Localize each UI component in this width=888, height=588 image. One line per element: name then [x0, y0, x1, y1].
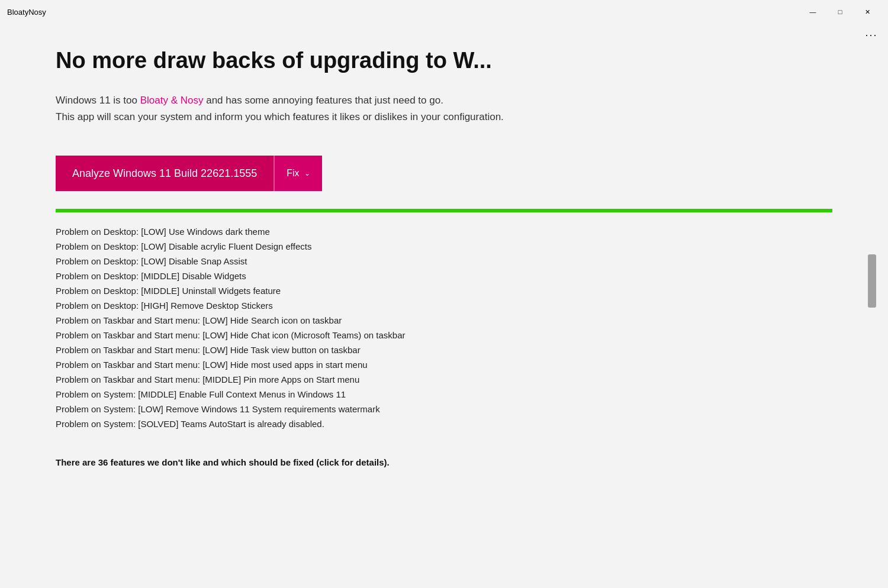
progress-bar — [56, 209, 832, 212]
description-line1: Windows 11 is too Bloaty & Nosy and has … — [56, 92, 832, 109]
description-text-after-brand: and has some annoying features that just… — [203, 95, 443, 106]
list-item: Problem on Taskbar and Start menu: [LOW]… — [56, 343, 832, 357]
list-item: Problem on System: [MIDDLE] Enable Full … — [56, 387, 832, 402]
summary-text[interactable]: There are 36 features we don't like and … — [56, 449, 832, 467]
main-description: Windows 11 is too Bloaty & Nosy and has … — [56, 92, 832, 127]
list-item: Problem on Desktop: [LOW] Use Windows da… — [56, 224, 832, 239]
fix-button[interactable]: Fix ⌄ — [274, 156, 321, 191]
list-item: Problem on Taskbar and Start menu: [LOW]… — [56, 357, 832, 372]
title-bar: BloatyNosy — □ ✕ — [0, 0, 888, 24]
maximize-button[interactable]: □ — [826, 2, 854, 21]
list-item: Problem on System: [LOW] Remove Windows … — [56, 402, 832, 416]
window-controls: — □ ✕ — [799, 2, 881, 21]
fix-button-label: Fix — [287, 168, 299, 179]
list-item: Problem on Desktop: [LOW] Disable acryli… — [56, 239, 832, 254]
three-dots-menu-icon[interactable]: ⋮ — [864, 30, 879, 41]
chevron-down-icon: ⌄ — [304, 169, 310, 177]
list-item: Problem on Taskbar and Start menu: [LOW]… — [56, 328, 832, 343]
brand-name: Bloaty & Nosy — [140, 95, 204, 106]
action-button-row: Analyze Windows 11 Build 22621.1555 Fix … — [56, 156, 832, 191]
list-item: Problem on Desktop: [MIDDLE] Uninstall W… — [56, 283, 832, 298]
list-item: Problem on System: [SOLVED] Teams AutoSt… — [56, 416, 832, 431]
list-item: Problem on Taskbar and Start menu: [LOW]… — [56, 313, 832, 328]
main-content: No more draw backs of upgrading to W... … — [0, 24, 888, 467]
minimize-button[interactable]: — — [799, 2, 826, 21]
close-button[interactable]: ✕ — [854, 2, 881, 21]
problems-list: Problem on Desktop: [LOW] Use Windows da… — [56, 224, 832, 431]
list-item: Problem on Desktop: [LOW] Disable Snap A… — [56, 254, 832, 269]
progress-bar-fill — [56, 209, 832, 212]
app-title: BloatyNosy — [7, 8, 46, 17]
list-item: Problem on Desktop: [HIGH] Remove Deskto… — [56, 298, 832, 313]
list-item: Problem on Taskbar and Start menu: [MIDD… — [56, 372, 832, 387]
content-with-scroll: Problem on Desktop: [LOW] Use Windows da… — [56, 224, 832, 443]
main-heading: No more draw backs of upgrading to W... — [56, 47, 832, 75]
description-text-before-brand: Windows 11 is too — [56, 95, 140, 106]
list-item: Problem on Desktop: [MIDDLE] Disable Wid… — [56, 269, 832, 283]
description-line2: This app will scan your system and infor… — [56, 109, 832, 126]
scrollbar-thumb[interactable] — [868, 254, 876, 308]
problems-scroll-area[interactable]: Problem on Desktop: [LOW] Use Windows da… — [56, 224, 832, 443]
analyze-button[interactable]: Analyze Windows 11 Build 22621.1555 — [56, 156, 274, 191]
